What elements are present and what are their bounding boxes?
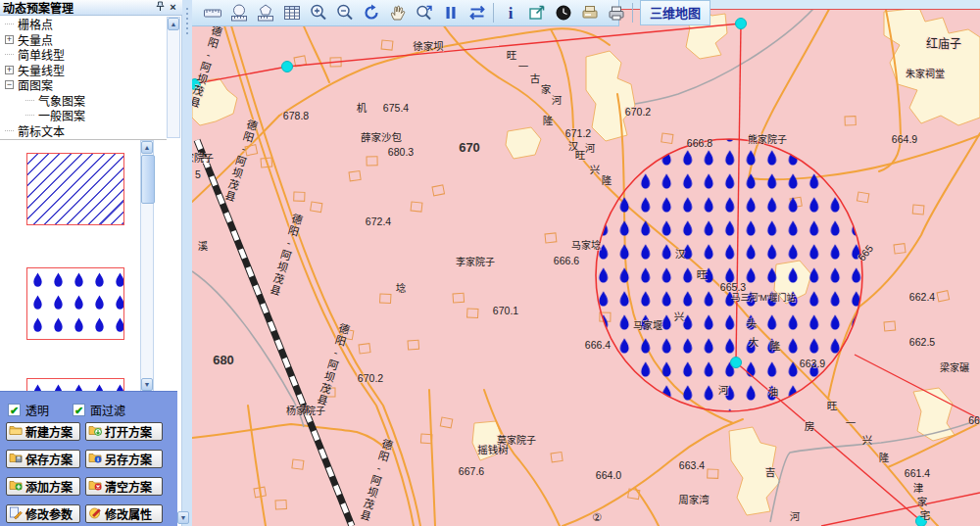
vertex-handle[interactable] bbox=[192, 79, 201, 90]
add-plan-folder-button[interactable]: 添加方案 bbox=[6, 477, 80, 496]
collapse-icon[interactable]: − bbox=[5, 80, 14, 89]
tree-item-矢量线型[interactable]: +矢量线型 bbox=[0, 63, 167, 78]
sidebar-scroll-down-icon[interactable]: ▼ bbox=[177, 511, 189, 524]
expand-icon[interactable]: + bbox=[5, 35, 14, 44]
tree-connector bbox=[5, 54, 14, 55]
tree-connector bbox=[25, 100, 34, 101]
tree-item-一般图案[interactable]: 一般图案 bbox=[0, 108, 167, 123]
edit-props-button[interactable]: 修改属性 bbox=[85, 504, 163, 523]
pattern-drops-swatch[interactable] bbox=[26, 267, 124, 340]
checkbox-透明[interactable]: ✔透明 bbox=[8, 402, 49, 418]
info-icon[interactable]: i bbox=[497, 0, 523, 25]
open-plan-folder-icon bbox=[88, 423, 102, 441]
save-plan-folder-icon bbox=[9, 451, 23, 468]
pattern-swatch-partial[interactable] bbox=[26, 378, 124, 392]
vertex-handle[interactable] bbox=[916, 516, 927, 526]
toolbar-separator bbox=[493, 3, 494, 23]
tree-item-label: 气象图案 bbox=[38, 92, 85, 109]
map-vector-layer bbox=[192, 0, 980, 526]
checkbox-label: 面过滤 bbox=[90, 402, 125, 418]
tree-item-面图案[interactable]: −面图案 bbox=[0, 77, 167, 93]
tree-item-label: 面图案 bbox=[18, 76, 53, 93]
zoom-out-icon[interactable] bbox=[331, 0, 358, 25]
tree-item-label: 矢量点 bbox=[18, 31, 53, 48]
panel-titlebar: 动态预案管理 × bbox=[0, 0, 182, 16]
tree-item-label: 一般图案 bbox=[38, 107, 85, 123]
measure-distance-icon[interactable] bbox=[199, 0, 225, 25]
vertex-handle[interactable] bbox=[731, 358, 742, 368]
sidebar: 动态预案管理 × 栅格点+矢量点简单线型+矢量线型−面图案气象图案一般图案箭标文… bbox=[0, 0, 182, 526]
checkbox-面过滤[interactable]: ✔面过滤 bbox=[73, 402, 125, 418]
scroll-up-icon[interactable]: ▲ bbox=[168, 18, 179, 30]
clear-plan-folder-button[interactable]: 清空方案 bbox=[85, 477, 163, 496]
scroll-down-icon[interactable]: ▼ bbox=[141, 378, 153, 391]
pin-icon[interactable] bbox=[154, 1, 167, 15]
plan-area-ellipse[interactable] bbox=[596, 139, 862, 411]
plan-button-label: 添加方案 bbox=[25, 478, 73, 495]
tree-connector bbox=[5, 24, 14, 24]
new-plan-folder-icon bbox=[9, 423, 23, 441]
tree-scrollbar[interactable]: ▲ bbox=[167, 17, 180, 138]
map-canvas[interactable]: 徐家坝红庙子朱家祠堂熊家院子664.9670.2666.8671.2汉河隆旺一古… bbox=[192, 0, 980, 526]
tree-item-栅格点[interactable]: 栅格点 bbox=[0, 17, 167, 32]
toolbar: i 三维地图 bbox=[192, 0, 619, 26]
plan-button-label: 打开方案 bbox=[105, 423, 152, 440]
printer-icon[interactable] bbox=[603, 0, 629, 25]
pattern-scrollbar[interactable]: ▲ ▼ bbox=[140, 140, 154, 392]
plan-button-label: 保存方案 bbox=[25, 451, 73, 467]
plan-button-label: 清空方案 bbox=[105, 478, 152, 495]
save-plan-folder-button[interactable]: 保存方案 bbox=[6, 450, 80, 468]
saveas-plan-folder-icon: i bbox=[88, 451, 102, 468]
tree-item-label: 简单线型 bbox=[18, 46, 65, 63]
scroll-thumb[interactable] bbox=[141, 155, 155, 204]
toolbar-separator bbox=[632, 3, 633, 23]
tree-item-label: 矢量线型 bbox=[18, 62, 65, 78]
panel-title: 动态预案管理 bbox=[3, 0, 74, 16]
saveas-plan-folder-button[interactable]: i另存方案 bbox=[85, 450, 163, 468]
plan-panel: ✔透明✔面过滤 新建方案打开方案保存方案i另存方案添加方案清空方案修改参数修改属… bbox=[0, 391, 177, 526]
zoom-select-icon[interactable] bbox=[411, 0, 437, 25]
edit-props-icon bbox=[88, 505, 102, 523]
scroll-up-icon[interactable]: ▲ bbox=[141, 141, 153, 154]
grid-icon[interactable] bbox=[278, 0, 305, 25]
map-3d-button[interactable]: 三维地图 bbox=[640, 0, 710, 25]
pattern-hatch-swatch[interactable] bbox=[26, 153, 124, 225]
plan-button-label: 新建方案 bbox=[25, 423, 73, 440]
pan-hand-icon[interactable] bbox=[384, 0, 411, 25]
close-icon[interactable]: × bbox=[167, 1, 179, 14]
open-plan-folder-button[interactable]: 打开方案 bbox=[85, 422, 163, 441]
measure-polygon-icon[interactable] bbox=[252, 0, 278, 25]
checkbox-label: 透明 bbox=[25, 402, 49, 418]
vertex-handle[interactable] bbox=[736, 19, 747, 29]
edit-params-button[interactable]: 修改参数 bbox=[6, 504, 80, 523]
edit-params-icon bbox=[9, 505, 23, 523]
new-plan-folder-button[interactable]: 新建方案 bbox=[6, 422, 80, 441]
tree-item-箭标文本[interactable]: 箭标文本 bbox=[0, 123, 167, 139]
svg-text:i: i bbox=[97, 455, 99, 462]
pattern-list: ▲ ▼ bbox=[0, 139, 167, 392]
clear-plan-folder-icon bbox=[88, 478, 102, 496]
swap-refresh-icon[interactable] bbox=[464, 0, 490, 25]
plan-button-label: 修改属性 bbox=[105, 505, 152, 522]
export-icon[interactable] bbox=[523, 0, 550, 25]
checkbox-box-icon[interactable]: ✔ bbox=[73, 404, 85, 416]
clock-icon[interactable] bbox=[550, 0, 576, 25]
tree-item-气象图案[interactable]: 气象图案 bbox=[0, 93, 167, 109]
tree-item-矢量点[interactable]: +矢量点 bbox=[0, 32, 167, 48]
application-window: 徐家坝红庙子朱家祠堂熊家院子664.9670.2666.8671.2汉河隆旺一古… bbox=[0, 0, 980, 526]
full-extent-icon[interactable] bbox=[358, 0, 384, 25]
print-preview-icon[interactable] bbox=[576, 0, 603, 25]
expand-icon[interactable]: + bbox=[5, 66, 14, 74]
vertex-handle[interactable] bbox=[282, 62, 293, 72]
panel-splitter[interactable] bbox=[182, 0, 192, 526]
add-plan-folder-icon bbox=[9, 478, 23, 496]
tree-connector bbox=[25, 115, 34, 116]
svg-text:i: i bbox=[508, 4, 513, 23]
pause-icon[interactable] bbox=[437, 0, 464, 25]
zoom-in-icon[interactable] bbox=[305, 0, 331, 25]
checkbox-box-icon[interactable]: ✔ bbox=[8, 404, 21, 416]
tree-connector bbox=[5, 130, 14, 131]
tree-item-简单线型[interactable]: 简单线型 bbox=[0, 47, 167, 63]
plan-button-label: 修改参数 bbox=[25, 505, 73, 522]
measure-circle-icon[interactable] bbox=[225, 0, 252, 25]
